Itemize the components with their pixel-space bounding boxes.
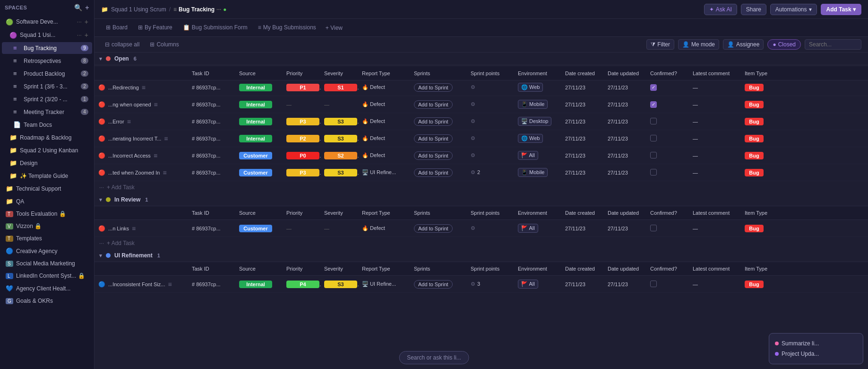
source-badge[interactable]: Internal: [239, 101, 272, 108]
popup-item-summarize[interactable]: Summarize li...: [775, 338, 857, 349]
sidebar-item-sprint2[interactable]: ≡ Sprint 2 (3/20 - ... 1: [2, 93, 92, 105]
row-menu-icon[interactable]: ≡: [163, 169, 166, 176]
source-badge[interactable]: Customer: [239, 169, 272, 176]
gear-icon[interactable]: ⚙: [471, 118, 475, 124]
more-icon[interactable]: ···: [77, 18, 82, 25]
sidebar-item-vizzon[interactable]: V Vizzon 🔒: [2, 220, 92, 232]
add-sprint-button[interactable]: Add to Sprint: [414, 117, 453, 126]
gear-icon[interactable]: ⚙: [471, 84, 475, 90]
table-row[interactable]: 🔴 ...n Links ≡ # 86937cp... Customer — —…: [95, 220, 868, 237]
confirmed-cell[interactable]: [647, 150, 690, 161]
confirmed-checkbox[interactable]: [650, 101, 657, 108]
confirmed-cell[interactable]: [647, 99, 690, 110]
severity-badge[interactable]: S2: [324, 152, 357, 159]
collapse-icon[interactable]: ▾: [99, 56, 102, 62]
table-row[interactable]: 🔴 ...Redirecting ≡ # 86937cp... Internal…: [95, 79, 868, 96]
confirmed-cell[interactable]: [647, 279, 690, 290]
sidebar-item-social-media[interactable]: S Social Media Marketing: [2, 258, 92, 269]
sidebar-item-creative-agency[interactable]: 🔵 Creative Agency: [2, 245, 92, 257]
search-icon[interactable]: 🔍: [74, 4, 83, 11]
table-row[interactable]: 🔴 ...Error ≡ # 86937cp... Internal P3 S3…: [95, 113, 868, 130]
sidebar-item-agency[interactable]: 💙 Agency Client Healt...: [2, 282, 92, 294]
sidebar-item-design[interactable]: 📁 Design: [2, 157, 92, 169]
confirmed-checkbox[interactable]: [650, 169, 657, 176]
add-icon[interactable]: +: [85, 18, 88, 26]
add-space-icon[interactable]: +: [85, 4, 89, 11]
breadcrumb-parent[interactable]: Squad 1 Using Scrum: [111, 6, 166, 13]
collapse-all-button[interactable]: ⊟ collapse all: [101, 40, 143, 49]
gear-icon[interactable]: ⚙: [471, 152, 475, 158]
severity-badge[interactable]: S3: [324, 135, 357, 142]
gear-icon[interactable]: ⚙: [471, 281, 475, 287]
add-sprint-button[interactable]: Add to Sprint: [414, 83, 453, 92]
sidebar-item-qa[interactable]: 📁 QA: [2, 195, 92, 207]
sidebar-item-tools-eval[interactable]: T Tools Evaluation 🔒: [2, 208, 92, 220]
gear-icon[interactable]: ⚙: [471, 169, 475, 175]
sidebar-item-linkedin[interactable]: L LinkedIn Content Syst... 🔒: [2, 270, 92, 281]
source-badge[interactable]: Internal: [239, 118, 272, 125]
sidebar-item-meeting-tracker[interactable]: ≡ Meeting Tracker 4: [2, 106, 92, 118]
sidebar-item-retrospectives[interactable]: ≡ Retrospectives 8: [2, 55, 92, 67]
search-input[interactable]: [805, 39, 861, 50]
sidebar-item-template-guide[interactable]: 📁 ✨ Template Guide: [2, 170, 92, 182]
sidebar-item-software-dev[interactable]: 🟢 Software Deve... ··· +: [2, 16, 92, 28]
priority-badge[interactable]: P1: [286, 84, 319, 91]
severity-badge[interactable]: S3: [324, 118, 357, 125]
add-sprint-button[interactable]: Add to Sprint: [414, 168, 453, 177]
row-menu-icon[interactable]: ≡: [164, 135, 168, 142]
source-badge[interactable]: Customer: [239, 225, 272, 232]
confirmed-checkbox[interactable]: [650, 84, 657, 91]
confirmed-checkbox[interactable]: [650, 135, 657, 141]
me-mode-button[interactable]: 👤 Me mode: [678, 39, 719, 50]
confirmed-cell[interactable]: [647, 82, 690, 93]
gear-icon[interactable]: ⚙: [471, 225, 475, 231]
confirmed-checkbox[interactable]: [650, 225, 657, 231]
severity-badge[interactable]: S3: [324, 281, 357, 288]
add-task-button[interactable]: Add Task ▾: [821, 4, 861, 15]
confirmed-cell[interactable]: [647, 133, 690, 144]
severity-badge[interactable]: S1: [324, 84, 357, 91]
priority-badge[interactable]: P3: [286, 118, 319, 125]
add-task-row-1[interactable]: ··· + Add Task: [95, 181, 868, 193]
priority-badge[interactable]: P2: [286, 135, 319, 142]
collapse-icon[interactable]: ▾: [99, 253, 102, 259]
tab-by-feature[interactable]: ⊞ By Feature: [133, 21, 177, 35]
sidebar-item-bug-tracking[interactable]: ≡ Bug Tracking 9: [2, 42, 92, 54]
confirmed-cell[interactable]: [647, 167, 690, 178]
source-badge[interactable]: Internal: [239, 135, 272, 142]
severity-badge[interactable]: S3: [324, 169, 357, 176]
table-row[interactable]: 🔴 ...Incorrect Access ≡ # 86937cp... Cus…: [95, 147, 868, 164]
sidebar-item-team-docs[interactable]: 📄 Team Docs: [2, 119, 92, 131]
confirmed-cell[interactable]: [647, 116, 690, 127]
sidebar-item-product-backlog[interactable]: ≡ Product Backlog 2: [2, 68, 92, 79]
more-icon[interactable]: ···: [216, 6, 221, 13]
sidebar-item-technical-support[interactable]: 📁 Technical Support: [2, 183, 92, 194]
gear-icon[interactable]: ⚙: [471, 101, 475, 107]
assignee-button[interactable]: 👤 Assignee: [723, 39, 764, 50]
sidebar-item-templates[interactable]: T Templates: [2, 233, 92, 244]
add-sprint-button[interactable]: Add to Sprint: [414, 151, 453, 160]
source-badge[interactable]: Internal: [239, 84, 272, 91]
tab-board[interactable]: ⊞ Board: [101, 21, 132, 35]
confirmed-checkbox[interactable]: [650, 118, 657, 124]
columns-button[interactable]: ⊞ Columns: [146, 40, 182, 49]
priority-badge[interactable]: P3: [286, 169, 319, 176]
add-sprint-button[interactable]: Add to Sprint: [414, 100, 453, 109]
add-sprint-button[interactable]: Add to Sprint: [414, 280, 453, 289]
row-menu-icon[interactable]: ≡: [127, 118, 131, 125]
sidebar-item-roadmap[interactable]: 📁 Roadmap & Backlog: [2, 132, 92, 143]
table-row[interactable]: 🔴 ...ted when Zoomed In ≡ # 86937cp... C…: [95, 164, 868, 181]
closed-button[interactable]: ● Closed: [767, 39, 801, 50]
row-menu-icon[interactable]: ≡: [154, 152, 157, 159]
row-menu-icon[interactable]: ≡: [154, 101, 158, 108]
priority-badge[interactable]: P0: [286, 152, 319, 159]
more-icon[interactable]: ···: [77, 32, 82, 38]
sidebar-item-sprint1[interactable]: ≡ Sprint 1 (3/6 - 3... 2: [2, 80, 92, 92]
source-badge[interactable]: Internal: [239, 281, 272, 288]
gear-icon[interactable]: ⚙: [471, 135, 475, 141]
add-sprint-button[interactable]: Add to Sprint: [414, 224, 453, 233]
automations-button[interactable]: Automations ▾: [770, 4, 817, 15]
filter-button[interactable]: ⧩ Filter: [646, 39, 674, 50]
table-row[interactable]: 🔵 ...Inconsistent Font Siz... ≡ # 86937c…: [95, 276, 868, 293]
confirmed-cell[interactable]: [647, 223, 690, 234]
